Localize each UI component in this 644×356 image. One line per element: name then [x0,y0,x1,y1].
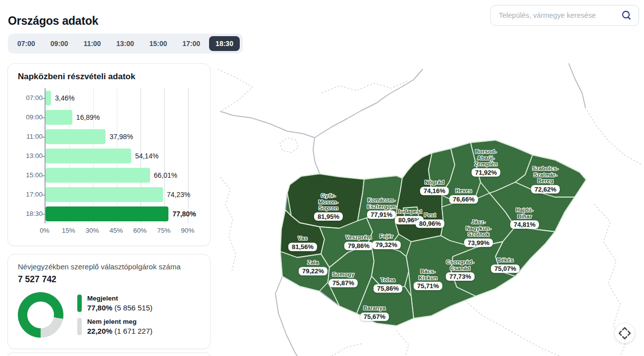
county-name: Heves [455,188,472,194]
county-name: Nógrád [425,179,444,186]
bar-value-label: 16,89% [76,113,100,121]
county-name: Borsod-Abaúj-Zemplén [475,149,498,167]
county-turnout-badge: 75,87% [329,279,358,287]
county-label-bekes[interactable]: Békés75,07% [491,257,520,273]
turnout-bar[interactable] [46,187,163,202]
turnout-bar[interactable] [46,110,72,125]
bar-value-label: 74,23% [167,191,190,199]
bar-row-1100: 37,98% [46,127,200,146]
turnout-bar[interactable] [46,206,168,221]
county-turnout-badge: 72,62% [531,185,560,193]
map-fullscreen-button[interactable] [615,323,635,343]
county-name: Győr-Moson-Sopron [319,193,338,211]
bar-category-label: 09:00 [18,107,45,127]
county-label-somogy[interactable]: Somogy75,87% [329,271,358,287]
time-tab-1300[interactable]: 13:00 [110,36,141,51]
time-tab-0700[interactable]: 07:00 [11,36,42,51]
county-turnout-badge: 75,67% [360,312,389,321]
bar-axis-tick-label: 90% [181,227,194,234]
legend-value: 77,80% (5 856 515) [87,304,153,312]
bar-category-label: 15:00 [18,165,45,185]
county-name: Baranya [364,305,386,311]
county-name: Hajdú-Bihar [516,207,533,219]
bar-value-label: 54,14% [135,152,159,160]
county-name: Jász-Nagykun-Szolnok [466,219,491,238]
county-label-zala[interactable]: Zala79,22% [299,259,327,275]
county-label-hajdu-bihar[interactable]: Hajdú-Bihar74,81% [510,207,539,229]
time-tab-1100[interactable]: 11:00 [77,36,107,51]
county-turnout-badge: 73,99% [464,238,493,247]
bar-chart-category-axis: 07:0009:0011:0013:0015:0017:0018:30 [18,88,45,223]
county-name: Somogy [332,271,355,278]
county-label-baranya[interactable]: Baranya75,67% [360,305,389,321]
county-label-veszprem[interactable]: Veszprém79,86% [344,234,373,250]
county-label-bacs-kiskun[interactable]: Bács-Kiskun75,71% [414,268,442,290]
legend-color-swatch [77,295,82,312]
turnout-bar[interactable] [46,91,51,105]
turnout-bar[interactable] [46,149,131,163]
county-name: Békés [497,257,513,263]
county-label-vas[interactable]: Vas81,56% [288,235,317,251]
county-label-komarom-esztergom[interactable]: Komárom-Esztergom77,91% [367,197,396,219]
search-box[interactable] [490,5,639,26]
bar-category-label: 13:00 [18,146,45,165]
next-card-edge [7,353,211,356]
search-icon[interactable] [621,9,633,21]
hungary-turnout-map[interactable]: Győr-Moson-Sopron81,95%Komárom-Esztergom… [218,63,644,356]
county-label-tolna[interactable]: Tolna75,86% [374,277,402,293]
legend-value: 22,20% (1 671 227) [87,327,153,335]
bar-category-label: 07:00 [18,88,45,107]
time-tab-1700[interactable]: 17:00 [176,36,207,51]
county-name: Bács-Kiskun [419,268,437,281]
county-name: Zala [308,259,319,266]
bar-chart-value-axis: 0%15%30%45%60%75%90% [45,223,200,235]
county-label-jasz-nagykun-szolnok[interactable]: Jász-Nagykun-Szolnok73,99% [464,219,493,247]
county-turnout-badge: 74,16% [420,187,449,195]
county-name: Fejér [379,233,393,240]
bar-axis-tick-label: 30% [86,227,99,234]
time-tab-1500[interactable]: 15:00 [143,36,173,51]
bar-row-1500: 66,01% [46,165,200,185]
county-label-szabolcs-szatmar-bereg[interactable]: Szabolcs-Szatmár-Bereg72,62% [531,165,560,194]
expand-arrows-icon [615,323,635,343]
county-label-pest[interactable]: Pest80,96% [416,212,444,228]
bar-axis-tick-label: 15% [62,227,75,234]
bar-value-label: 77,80% [172,210,196,218]
electors-card: Névjegyzékben szereplő választópolgárok … [7,254,211,349]
county-label-csongrad-csanad[interactable]: Csongrád-Csanád77,73% [446,259,475,281]
electors-card-title: Névjegyzékben szereplő választópolgárok … [18,262,200,271]
electors-total: 7 527 742 [18,274,200,285]
county-turnout-badge: 75,07% [491,264,520,273]
bar-row-0700: 3,46% [46,88,200,107]
intraday-turnout-card: Napközbeni részvételi adatok 07:0009:001… [7,63,211,246]
county-label-borsod-abauj-zemplen[interactable]: Borsod-Abaúj-Zemplén71,92% [472,149,500,177]
legend-item: Nem jelent meg22,20% (1 671 227) [77,318,153,335]
time-tab-1830[interactable]: 18:30 [209,36,240,51]
county-label-fejer[interactable]: Fejér79,32% [372,233,401,249]
intraday-chart-title: Napközbeni részvételi adatok [18,72,200,82]
donut-legend: Megjelent77,80% (5 856 515)Nem jelent me… [77,295,153,335]
bar-chart-plot-area: 3,46%16,89%37,98%54,14%66,01%74,23%77,80… [45,88,200,223]
county-name: Csongrád-Csanád [446,259,475,271]
county-label-nograd[interactable]: Nógrád74,16% [420,179,449,195]
bar-axis-tick-label: 60% [133,227,147,234]
county-label-gyor-moson-sopron[interactable]: Győr-Moson-Sopron81,95% [314,193,343,221]
county-name: Komárom-Esztergom [367,197,396,209]
turnout-bar[interactable] [46,129,106,144]
turnout-bar[interactable] [46,168,150,183]
county-turnout-badge: 76,66% [449,195,478,203]
legend-label: Megjelent [87,295,153,302]
county-turnout-badge: 77,91% [367,210,396,219]
search-input[interactable] [498,11,621,20]
turnout-donut-chart [18,292,63,338]
bar-axis-tick-label: 45% [109,227,123,234]
bar-row-1830: 77,80% [46,204,200,223]
county-name: Pest [424,212,436,218]
intraday-bar-chart: 07:0009:0011:0013:0015:0017:0018:30 3,46… [18,88,200,223]
legend-color-swatch [77,318,82,335]
time-tab-0900[interactable]: 09:00 [44,36,75,51]
county-label-heves[interactable]: Heves76,66% [449,188,478,203]
county-turnout-badge: 79,32% [372,241,401,249]
bar-axis-tick-label: 0% [40,227,50,234]
bar-category-label: 18:30 [18,204,45,223]
